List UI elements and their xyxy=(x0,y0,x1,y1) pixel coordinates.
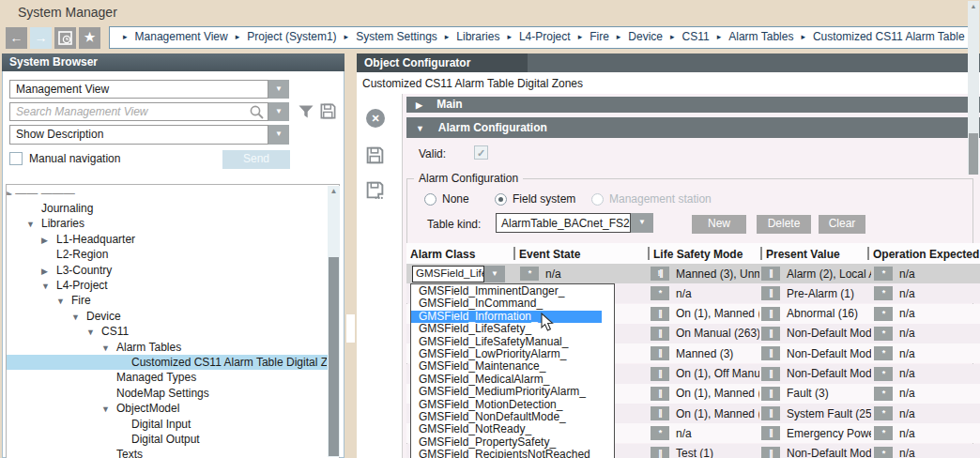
save-icon[interactable] xyxy=(365,145,385,165)
chevron-right-icon[interactable]: ▶ xyxy=(41,236,48,245)
chevron-down-icon[interactable]: ▼ xyxy=(101,405,110,414)
column-header-event-state[interactable]: Event State xyxy=(519,248,580,261)
state-badge: || xyxy=(651,387,669,401)
breadcrumb-item[interactable]: Device xyxy=(628,30,663,43)
panel-splitter-handle[interactable] xyxy=(346,314,355,343)
breadcrumb-item[interactable]: Fire xyxy=(590,30,609,43)
operation-expected-value: n/a xyxy=(899,447,915,458)
view-selector-arrow[interactable]: ▼ xyxy=(268,80,289,99)
tree-item-label: Alarm Tables xyxy=(116,341,181,354)
life-safety-mode-cell: ||On (1), Manned (3) xyxy=(651,386,759,402)
history-button[interactable] xyxy=(54,27,76,49)
forward-button[interactable]: → xyxy=(30,27,52,49)
filter-icon[interactable] xyxy=(298,103,314,120)
tree-item-nodemap-settings[interactable]: NodeMap Settings xyxy=(8,387,327,402)
breadcrumb-item[interactable]: Management View xyxy=(135,30,228,43)
dropdown-scrollbar[interactable]: ▲ xyxy=(968,1,979,175)
dropdown-item[interactable]: GMSField_MotionDetection_ xyxy=(411,399,602,411)
column-header-life-safety-mode[interactable]: Life Safety Mode xyxy=(653,248,743,261)
alarm-class-combo[interactable]: GMSField_LifeSafe xyxy=(412,266,484,282)
tree-item-device[interactable]: ▼Device xyxy=(8,310,327,325)
dropdown-item[interactable]: GMSField_LifeSafety_ xyxy=(411,323,602,335)
breadcrumb-item[interactable]: Project (System1) xyxy=(247,30,336,43)
breadcrumb-item[interactable]: Libraries xyxy=(456,30,499,43)
alarm-class-combo-arrow[interactable]: ▼ xyxy=(484,266,505,282)
chevron-down-icon[interactable]: ▼ xyxy=(41,282,50,291)
clear-button[interactable]: Clear xyxy=(819,215,865,234)
tree-item-texts[interactable]: Texts xyxy=(8,448,327,458)
search-dropdown-arrow[interactable]: ▼ xyxy=(268,102,289,121)
save-as-icon[interactable] xyxy=(365,180,385,200)
dropdown-item[interactable]: GMSField_Maintenance_ xyxy=(411,360,602,373)
tree-item-managed-types[interactable]: Managed Types xyxy=(8,371,327,386)
chevron-right-icon[interactable]: ▶ xyxy=(41,267,48,276)
dropdown-item[interactable]: GMSField_LowPriorityAlarm_ xyxy=(411,348,602,360)
manual-navigation-checkbox[interactable] xyxy=(9,152,23,165)
column-header-present-value[interactable]: Present Value xyxy=(766,248,840,261)
section-alarm-configuration[interactable]: ▼ Alarm Configuration xyxy=(406,117,980,138)
dropdown-scrollbar-thumb[interactable] xyxy=(969,133,978,175)
table-kind-arrow[interactable]: ▼ xyxy=(631,213,653,233)
tree-item-digital-output[interactable]: Digital Output xyxy=(8,433,327,448)
life-safety-mode-value: On (1), Manned (3) xyxy=(676,307,759,320)
discard-button[interactable]: ✕ xyxy=(366,109,385,128)
column-header-alarm-class[interactable]: Alarm Class xyxy=(410,248,475,261)
breadcrumb-item[interactable]: Alarm Tables xyxy=(728,30,793,43)
breadcrumb-item[interactable]: CS11 xyxy=(682,30,710,43)
section-main[interactable]: ▶ Main xyxy=(406,97,980,113)
chevron-down-icon[interactable]: ▼ xyxy=(86,328,95,337)
tree-item-digital-input[interactable]: Digital Input xyxy=(8,418,327,433)
dropdown-item[interactable]: GMSField_NonDefaultMode_ xyxy=(411,411,602,423)
tree-scrollbar-thumb[interactable] xyxy=(329,257,339,456)
back-button[interactable]: ← xyxy=(6,27,27,49)
column-header-operation-expected[interactable]: Operation Expected xyxy=(873,248,979,261)
tree-scrollbar[interactable]: ▲ xyxy=(328,186,340,457)
chevron-down-icon[interactable]: ▼ xyxy=(71,313,80,322)
history-icon xyxy=(58,31,72,45)
tree-item-libraries[interactable]: ▼Libraries xyxy=(8,217,327,232)
object-configurator-tab[interactable]: Object Configurator xyxy=(357,53,528,72)
tree-item-journaling[interactable]: Journaling xyxy=(8,202,327,217)
delete-button[interactable]: Delete xyxy=(757,215,811,234)
scroll-up-icon[interactable]: ▲ xyxy=(328,186,340,197)
chevron-down-icon[interactable]: ▼ xyxy=(26,220,35,229)
tree-item-fire[interactable]: ▼Fire xyxy=(8,294,327,309)
breadcrumb[interactable]: ▸Management View▸Project (System1)▸Syste… xyxy=(109,26,976,49)
dropdown-item[interactable]: GMSField_InCommand_ xyxy=(411,298,602,310)
dropdown-item[interactable]: GMSField_MedicalAlarm_ xyxy=(411,374,602,386)
breadcrumb-item[interactable]: System Settings xyxy=(356,30,437,43)
table-row[interactable]: GMSField_LifeSafe▼*n/a!||Manned (3), Unm… xyxy=(406,264,980,283)
dropdown-item[interactable]: GMSField_LifeSafetyManual_ xyxy=(411,336,602,348)
breadcrumb-item[interactable]: Customized CS11 Alarm Table Digital Zone… xyxy=(813,30,976,43)
new-button[interactable]: New xyxy=(692,215,746,234)
tree-item-l1-headquarter[interactable]: ▶L1-Headquarter xyxy=(8,233,327,248)
table-kind-select[interactable]: AlarmTable_BACnet_FS20 xyxy=(496,213,631,233)
dropdown-item[interactable]: GMSField_Information_ xyxy=(411,311,602,323)
description-selector-arrow[interactable]: ▼ xyxy=(268,125,289,145)
tree-item-cs11[interactable]: ▼CS11 xyxy=(8,325,327,340)
tree-item-l2-region[interactable]: L2-Region xyxy=(8,248,327,263)
tree-item-l3-country[interactable]: ▶L3-Country xyxy=(8,264,327,279)
radio-field-system[interactable] xyxy=(495,193,507,206)
search-input[interactable]: Search Management View xyxy=(9,102,268,121)
dropdown-item[interactable]: GMSField_ImminentDanger_ xyxy=(411,285,602,298)
dropdown-item[interactable]: GMSField_PropertySafety_ xyxy=(411,436,602,449)
tree-item-alarm-tables[interactable]: ▼Alarm Tables xyxy=(8,341,327,356)
chevron-down-icon[interactable]: ▼ xyxy=(101,344,110,353)
scroll-up-icon[interactable]: ▲ xyxy=(968,1,979,11)
save-filter-icon[interactable] xyxy=(319,102,337,120)
description-selector[interactable]: Show Description xyxy=(9,125,268,145)
view-selector[interactable]: Management View xyxy=(9,80,268,99)
dropdown-item[interactable]: GMSField_RecipientsNotReached_ xyxy=(411,449,602,458)
state-badge: || xyxy=(651,307,669,321)
dropdown-item[interactable]: GMSField_MediumPriorityAlarm_ xyxy=(411,386,602,398)
chevron-down-icon[interactable]: ▼ xyxy=(56,297,65,306)
favorites-button[interactable]: ★ xyxy=(79,27,100,49)
tree-item-l4-project[interactable]: ▼L4-Project xyxy=(8,279,327,294)
send-button[interactable]: Send xyxy=(222,150,290,169)
dropdown-item[interactable]: GMSField_NotReady_ xyxy=(411,423,602,435)
tree-item-customized-cs11-alarm-table-digital-zones[interactable]: Customized CS11 Alarm Table Digital Zone… xyxy=(8,356,327,371)
radio-none[interactable] xyxy=(424,193,436,206)
breadcrumb-item[interactable]: L4-Project xyxy=(519,30,571,43)
tree-item-objectmodel[interactable]: ▼ObjectModel xyxy=(8,402,327,417)
